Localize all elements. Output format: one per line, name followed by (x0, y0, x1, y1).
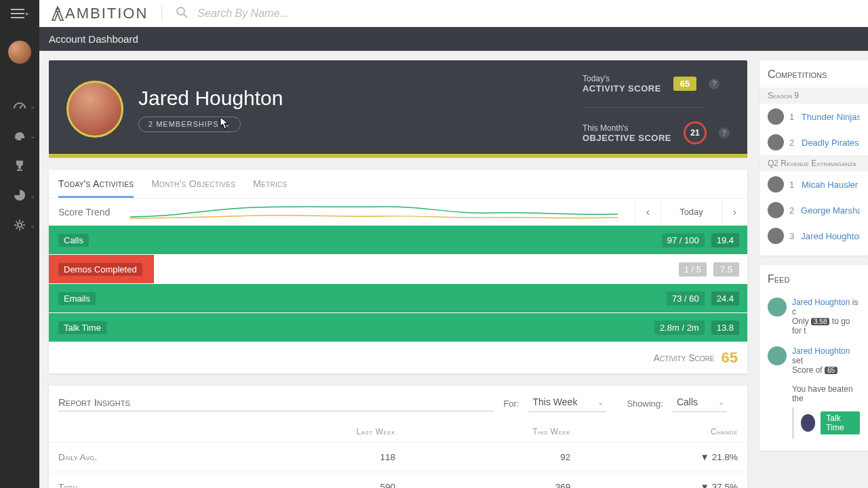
divider (161, 6, 162, 21)
svg-rect-1 (11, 13, 24, 14)
logo-icon (52, 6, 64, 21)
logo-text: AMBITION (65, 5, 148, 22)
svg-point-4 (177, 7, 184, 15)
menu-toggle[interactable]: ▸ (0, 0, 39, 27)
svg-line-5 (184, 14, 187, 18)
search-icon (176, 6, 188, 21)
svg-rect-2 (11, 17, 24, 18)
svg-rect-0 (11, 9, 24, 10)
app-logo: AMBITION (52, 5, 148, 22)
svg-point-3 (56, 8, 60, 12)
search-input[interactable] (197, 7, 401, 20)
hamburger-icon (11, 9, 24, 18)
